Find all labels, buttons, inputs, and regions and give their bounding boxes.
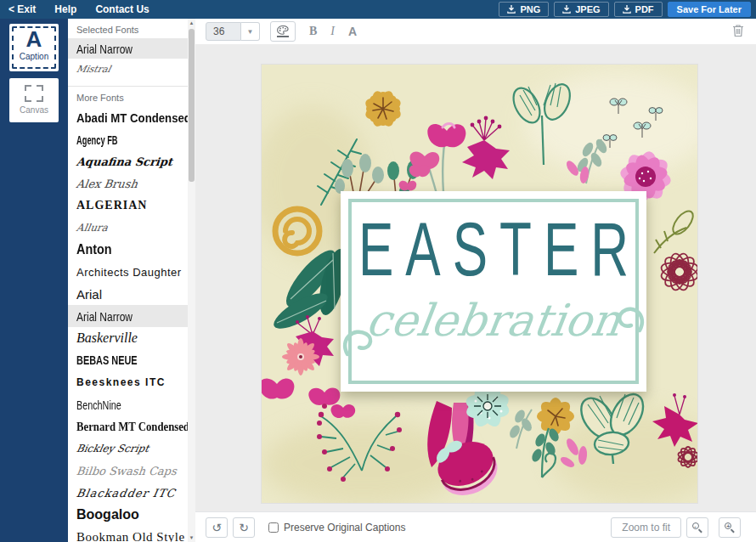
font-item-anton[interactable]: Anton <box>68 239 195 261</box>
font-list-scrollbar[interactable]: ▲ ▼ <box>188 19 195 542</box>
zoom-in-icon: + <box>725 522 735 533</box>
font-item-label: Abadi MT Condensed <box>76 110 191 125</box>
font-item-arialnarrow[interactable]: Arial Narrow <box>68 305 195 327</box>
font-item-bilbo[interactable]: Bilbo Swash Caps <box>68 460 195 482</box>
preserve-captions-option: Preserve Original Captions <box>268 522 405 534</box>
font-item-label: Arial Narrow <box>76 309 133 324</box>
palette-icon <box>277 25 289 35</box>
help-link[interactable]: Help <box>54 3 76 15</box>
font-item-label: Bookman Old Style <box>76 530 185 542</box>
design-canvas[interactable]: EASTER celebration <box>262 65 697 503</box>
redo-button[interactable]: ↻ <box>233 517 255 538</box>
tool-sidebar: A Caption Canvas <box>0 19 68 542</box>
font-item-bebas[interactable]: BEBAS NEUE <box>68 349 195 371</box>
font-item-alex[interactable]: Alex Brush <box>68 172 195 195</box>
font-item-bernard[interactable]: Bernard MT Condensed <box>68 415 195 438</box>
font-item-algerian[interactable]: ALGERIAN <box>68 195 195 217</box>
redo-icon: ↻ <box>239 519 249 536</box>
font-item-label: Bernard MT Condensed <box>76 420 189 434</box>
canvas-tool-button[interactable]: Canvas <box>9 78 59 122</box>
exit-link[interactable]: < Exit <box>8 3 36 15</box>
canvas-tool-label: Canvas <box>9 105 59 115</box>
color-underline <box>277 36 289 38</box>
font-item-allura[interactable]: Allura <box>68 217 195 239</box>
font-item-arial[interactable]: Arial <box>68 283 195 305</box>
canvas-work-area: EASTER celebration <box>195 44 756 511</box>
contact-us-link[interactable]: Contact Us <box>95 3 149 15</box>
scrollbar-thumb[interactable] <box>189 29 195 182</box>
caption-tool-label: Caption <box>9 52 59 62</box>
zoom-out-button[interactable]: - <box>686 517 708 538</box>
font-item-label: Bickley Script <box>76 443 150 454</box>
selected-fonts-header: Selected Fonts <box>68 19 195 38</box>
more-fonts-list: Abadi MT CondensedAgency FBAquafina Scri… <box>68 106 195 542</box>
font-item-baskerville[interactable]: Baskerville <box>68 327 195 349</box>
selected-fonts-list: Arial NarrowMistral <box>68 38 195 79</box>
caption-title[interactable]: EASTER <box>341 206 646 292</box>
zoom-to-fit-button[interactable]: Zoom to fit <box>611 517 681 538</box>
undo-button[interactable]: ↺ <box>206 517 228 538</box>
font-panel: Selected Fonts Arial NarrowMistral More … <box>68 19 195 542</box>
font-item-label: BEBAS NEUE <box>76 353 138 367</box>
png-label: PNG <box>520 4 540 14</box>
top-navbar: < Exit Help Contact Us PNG JPEG PDF Save… <box>0 0 756 19</box>
zoom-in-button[interactable]: + <box>719 517 741 538</box>
more-fonts-header: More Fonts <box>68 87 195 106</box>
font-item-label: Blackadder ITC <box>76 487 177 500</box>
download-pdf-button[interactable]: PDF <box>614 2 663 17</box>
caption-subtitle[interactable]: celebration <box>337 295 650 346</box>
font-item-arch[interactable]: Architects Daughter <box>68 261 195 283</box>
font-item-bookman[interactable]: Bookman Old Style <box>68 526 195 542</box>
download-jpeg-button[interactable]: JPEG <box>554 2 608 17</box>
download-icon <box>507 5 516 14</box>
uppercase-button[interactable]: A <box>348 21 357 42</box>
font-color-button[interactable] <box>270 21 296 42</box>
font-item-label: Aquafina Script <box>76 155 173 168</box>
caption-toolbar: ▼ B I A <box>195 19 756 44</box>
workspace: ▼ B I A <box>195 19 756 542</box>
letter-a-icon: A <box>9 26 59 52</box>
font-item-bench[interactable]: BenchNine <box>68 393 195 415</box>
italic-button[interactable]: I <box>330 21 335 42</box>
preserve-captions-checkbox[interactable] <box>268 522 279 533</box>
font-item-abadi[interactable]: Abadi MT Condensed <box>68 106 195 128</box>
caption-card[interactable]: EASTER celebration <box>341 191 646 392</box>
font-item-mistral[interactable]: Mistral <box>68 59 195 79</box>
download-icon <box>562 5 571 14</box>
font-size-dropdown-button[interactable]: ▼ <box>241 22 260 41</box>
font-item-agency[interactable]: Agency FB <box>68 128 195 150</box>
font-item-label: ALGERIAN <box>76 199 147 212</box>
bottom-bar: ↺ ↻ Preserve Original Captions Zoom to f… <box>195 511 756 542</box>
font-item-label: Anton <box>76 242 112 257</box>
zoom-out-icon: - <box>692 522 702 533</box>
font-item-label: Arial Narrow <box>76 42 133 56</box>
font-item-blackadder[interactable]: Blackadder ITC <box>68 482 195 504</box>
pdf-label: PDF <box>635 4 654 14</box>
save-for-later-button[interactable]: Save For Later <box>668 2 751 17</box>
font-item-aquafina[interactable]: Aquafina Script <box>68 150 195 172</box>
font-item-label: Agency FB <box>76 133 118 147</box>
undo-icon: ↺ <box>212 519 222 536</box>
delete-caption-button[interactable] <box>732 24 744 40</box>
jpeg-label: JPEG <box>575 4 600 14</box>
scroll-down-arrow-icon[interactable]: ▼ <box>188 534 195 542</box>
font-item-label: Baskerville <box>76 330 138 346</box>
preserve-captions-label: Preserve Original Captions <box>284 522 405 534</box>
font-item-arialnarrow[interactable]: Arial Narrow <box>68 38 195 59</box>
font-item-label: Bilbo Swash Caps <box>76 465 177 477</box>
font-item-bickley[interactable]: Bickley Script <box>68 438 195 460</box>
download-icon <box>623 5 631 14</box>
font-item-bees[interactable]: Beesknees ITC <box>68 371 195 393</box>
bold-button[interactable]: B <box>309 21 317 42</box>
font-item-label: Beesknees ITC <box>76 376 166 388</box>
download-png-button[interactable]: PNG <box>499 2 549 17</box>
font-item-label: Boogaloo <box>76 507 139 522</box>
font-item-label: Alex Brush <box>76 178 138 190</box>
font-item-label: Architects Daughter <box>76 266 182 279</box>
scroll-up-arrow-icon[interactable]: ▲ <box>188 19 195 27</box>
font-size-input[interactable] <box>206 22 241 41</box>
font-item-label: Allura <box>76 222 109 234</box>
trash-icon <box>732 24 744 37</box>
caption-tool-button[interactable]: A Caption <box>9 24 59 71</box>
font-item-boogaloo[interactable]: Boogaloo <box>68 504 195 526</box>
